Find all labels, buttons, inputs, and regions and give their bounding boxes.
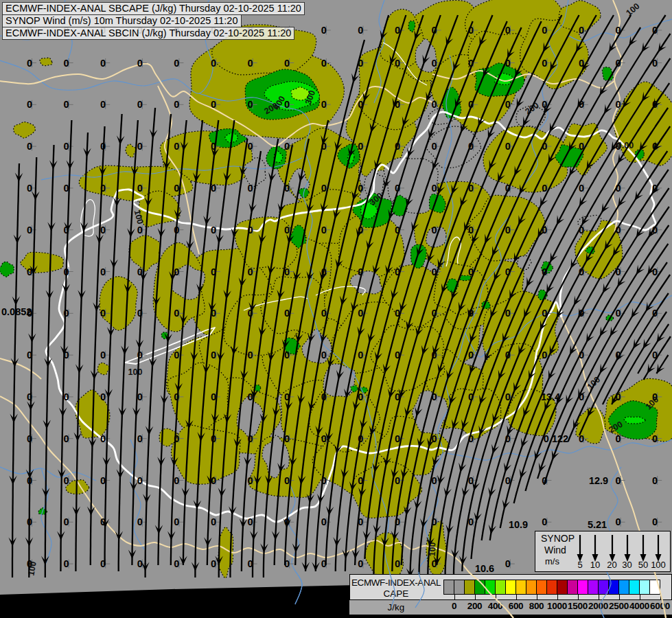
svg-text:0: 0 [64,141,69,152]
svg-text:0: 0 [137,225,143,236]
svg-text:0: 0 [284,475,290,486]
svg-text:0: 0 [358,558,363,569]
svg-text:0: 0 [248,141,253,152]
svg-text:0: 0 [505,141,511,152]
svg-text:0: 0 [211,516,216,527]
svg-text:12.9: 12.9 [589,475,608,486]
svg-text:0: 0 [616,99,621,110]
svg-text:0: 0 [579,25,584,36]
svg-text:0: 0 [505,391,511,402]
svg-text:0: 0 [616,475,621,486]
svg-text:0: 0 [137,183,143,194]
svg-text:0.122: 0.122 [544,433,568,444]
svg-text:0: 0 [174,183,179,194]
svg-text:0: 0 [321,516,327,527]
svg-text:0: 0 [652,266,658,277]
svg-text:0: 0 [248,475,253,486]
svg-text:0: 0 [321,25,327,36]
svg-text:0: 0 [432,141,437,152]
svg-text:0: 0 [432,58,437,69]
svg-text:0: 0 [321,58,327,69]
svg-text:0: 0 [284,141,290,152]
svg-text:0: 0 [505,25,511,36]
svg-text:0: 0 [652,516,658,527]
svg-text:0: 0 [211,225,216,236]
svg-text:0: 0 [64,391,69,402]
svg-text:0: 0 [616,308,621,319]
svg-text:0: 0 [137,516,143,527]
svg-text:0: 0 [174,141,179,152]
svg-text:0: 0 [137,475,143,486]
svg-text:0: 0 [211,350,216,360]
svg-text:0: 0 [358,308,363,319]
svg-text:0: 0 [579,183,584,194]
svg-text:0: 0 [321,99,327,110]
svg-text:0: 0 [248,350,253,360]
svg-text:0: 0 [284,350,290,360]
svg-text:0: 0 [100,350,106,360]
svg-text:10.9: 10.9 [509,519,528,530]
svg-text:0: 0 [616,433,621,444]
svg-text:0: 0 [468,516,474,527]
svg-text:0: 0 [321,308,327,319]
svg-text:0: 0 [64,516,69,527]
svg-text:0: 0 [652,475,658,486]
svg-text:0: 0 [505,558,511,569]
svg-text:100: 100 [128,367,143,377]
svg-text:0: 0 [211,558,216,569]
svg-text:0: 0 [542,183,547,194]
svg-text:0: 0 [542,350,547,360]
svg-text:0: 0 [358,350,363,360]
svg-text:0: 0 [542,58,547,69]
svg-text:0: 0 [27,58,32,69]
svg-text:0: 0 [358,183,363,194]
svg-text:0: 0 [100,391,106,402]
svg-text:0: 0 [64,558,69,569]
svg-text:5.21: 5.21 [588,519,607,530]
svg-text:0: 0 [137,99,143,110]
svg-text:0: 0 [64,433,69,444]
svg-text:0: 0 [174,308,179,319]
svg-text:0: 0 [395,433,400,444]
svg-text:0: 0 [211,391,216,402]
svg-text:0: 0 [27,141,32,152]
svg-text:0: 0 [174,558,179,569]
svg-text:0: 0 [358,141,363,152]
svg-text:0: 0 [652,433,658,444]
svg-text:0: 0 [616,516,621,527]
svg-text:0: 0 [100,266,106,277]
svg-text:0: 0 [248,58,253,69]
svg-text:0: 0 [27,183,32,194]
svg-text:0: 0 [395,58,400,69]
svg-text:0: 0 [284,225,290,236]
svg-text:0: 0 [248,99,253,110]
svg-text:0: 0 [395,475,400,486]
svg-text:0: 0 [27,225,32,236]
svg-text:0: 0 [505,99,511,110]
svg-text:0: 0 [321,433,327,444]
svg-text:0: 0 [100,475,106,486]
svg-text:0: 0 [100,308,106,319]
svg-text:0: 0 [137,141,143,152]
svg-text:0: 0 [542,225,547,236]
svg-text:0: 0 [248,266,253,277]
svg-text:0: 0 [432,99,437,110]
svg-text:0: 0 [248,516,253,527]
svg-text:0: 0 [542,516,547,527]
svg-text:0: 0 [395,558,400,569]
svg-text:0: 0 [100,58,106,69]
svg-text:0: 0 [432,225,437,236]
svg-text:0: 0 [137,58,143,69]
svg-text:0: 0 [174,475,179,486]
svg-text:0: 0 [284,58,290,69]
svg-text:0: 0 [64,99,69,110]
svg-text:0: 0 [174,99,179,110]
svg-text:0: 0 [27,99,32,110]
svg-text:0: 0 [358,25,363,36]
svg-text:0: 0 [211,99,216,110]
svg-text:0: 0 [137,558,143,569]
svg-text:0: 0 [174,58,179,69]
svg-text:0: 0 [137,391,143,402]
svg-text:0: 0 [211,58,216,69]
svg-text:0: 0 [321,350,327,360]
